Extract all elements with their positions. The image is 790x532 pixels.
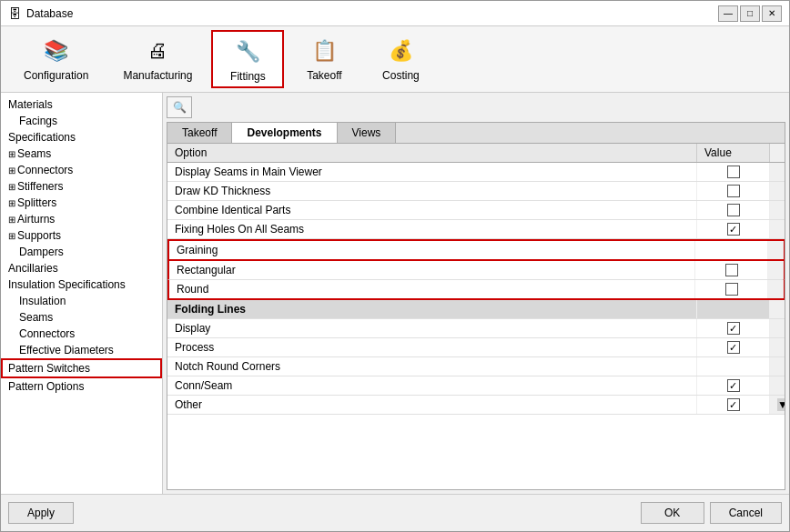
label-draw-kd: Draw KD Thickness: [167, 182, 697, 200]
row-rectangular: Rectangular: [167, 261, 785, 280]
sidebar-item-ancillaries[interactable]: Ancillaries: [1, 260, 162, 276]
sidebar-item-effective-diam[interactable]: Effective Diameters: [1, 342, 162, 358]
sidebar-item-specifications[interactable]: Specifications: [1, 129, 162, 146]
row-other: Other ▼: [167, 396, 785, 415]
sidebar-item-pattern-switches[interactable]: Pattern Switches: [1, 358, 162, 378]
sub-tab-takeoff[interactable]: Takeoff: [167, 123, 232, 143]
splitters-expand-icon: ⊞: [8, 198, 15, 208]
sidebar-item-stiffeners[interactable]: ⊞ Stiffeners: [1, 178, 162, 195]
table-header: Option Value: [167, 144, 785, 163]
value-fixing-holes[interactable]: [697, 220, 770, 238]
airturns-label: Airturns: [17, 213, 55, 226]
checkbox-display[interactable]: [727, 322, 740, 335]
configuration-icon: 📚: [40, 35, 73, 67]
fittings-icon: 🔧: [231, 35, 264, 68]
tab-costing[interactable]: 💰 Costing: [364, 30, 437, 88]
main-toolbar-row: 🔍: [167, 96, 785, 118]
sidebar-item-supports[interactable]: ⊞ Supports: [1, 227, 162, 244]
value-combine-parts[interactable]: [697, 201, 770, 219]
supports-expand-icon: ⊞: [8, 231, 15, 241]
content-area: Materials Facings Specifications ⊞ Seams…: [1, 93, 789, 494]
window-title: Database: [26, 7, 73, 20]
tab-manufacturing[interactable]: 🖨 Manufacturing: [107, 30, 208, 88]
search-icon-button[interactable]: 🔍: [167, 96, 192, 118]
label-conn-seam: Conn/Seam: [167, 376, 697, 395]
sidebar-item-connectors[interactable]: ⊞ Connectors: [1, 162, 162, 178]
label-display: Display: [167, 319, 697, 337]
label-round: Round: [169, 280, 695, 298]
label-other: Other: [167, 396, 697, 414]
bottom-bar: Apply OK Cancel: [1, 494, 789, 531]
costing-label: Costing: [382, 69, 420, 82]
row-display-seams: Display Seams in Main Viewer: [167, 163, 785, 182]
minimize-button[interactable]: —: [718, 5, 738, 22]
fittings-label: Fittings: [230, 70, 266, 83]
takeoff-label: Takeoff: [307, 69, 341, 82]
sidebar-item-pattern-options[interactable]: Pattern Options: [1, 378, 162, 395]
sidebar-item-seams1[interactable]: ⊞ Seams: [1, 146, 162, 162]
tab-fittings[interactable]: 🔧 Fittings: [211, 30, 284, 88]
cancel-button[interactable]: Cancel: [710, 502, 782, 524]
value-display[interactable]: [697, 319, 770, 337]
sidebar-item-connectors2[interactable]: Connectors: [1, 326, 162, 342]
value-notch-round: [697, 357, 770, 376]
checkbox-combine-parts[interactable]: [727, 204, 740, 216]
checkbox-display-seams[interactable]: [727, 166, 740, 178]
row-fixing-holes: Fixing Holes On All Seams: [167, 220, 785, 239]
value-display-seams[interactable]: [697, 163, 770, 181]
row-display: Display: [167, 319, 785, 338]
label-fixing-holes: Fixing Holes On All Seams: [167, 220, 697, 238]
row-draw-kd: Draw KD Thickness: [167, 182, 785, 201]
value-round[interactable]: [695, 280, 768, 298]
options-table: Option Value Display Seams in Main Viewe…: [167, 143, 785, 490]
value-conn-seam[interactable]: [697, 376, 770, 395]
sidebar-item-facings[interactable]: Facings: [1, 113, 162, 129]
checkbox-draw-kd[interactable]: [727, 185, 740, 197]
configuration-label: Configuration: [24, 69, 88, 82]
label-process: Process: [167, 338, 697, 356]
value-process[interactable]: [697, 338, 770, 356]
checkbox-conn-seam[interactable]: [727, 379, 740, 392]
seams1-label: Seams: [17, 147, 51, 160]
window-icon: 🗄: [8, 6, 21, 21]
label-display-seams: Display Seams in Main Viewer: [167, 163, 697, 181]
header-scroll: [770, 144, 785, 162]
label-graining: Graining: [169, 241, 695, 259]
row-folding-lines: Folding Lines: [167, 300, 785, 319]
sidebar-item-materials[interactable]: Materials: [1, 96, 162, 113]
sub-tab-bar: Takeoff Developments Views: [167, 122, 785, 143]
apply-button[interactable]: Apply: [8, 502, 74, 524]
header-value: Value: [697, 144, 770, 162]
value-other[interactable]: [697, 396, 770, 414]
sidebar-item-insulation[interactable]: Insulation: [1, 293, 162, 309]
sidebar-item-seams2[interactable]: Seams: [1, 309, 162, 326]
sidebar-item-dampers[interactable]: Dampers: [1, 244, 162, 260]
close-button[interactable]: ✕: [762, 5, 782, 22]
value-rectangular[interactable]: [695, 261, 768, 279]
header-option: Option: [167, 144, 697, 162]
value-draw-kd[interactable]: [697, 182, 770, 200]
title-bar-left: 🗄 Database: [8, 6, 73, 21]
checkbox-other[interactable]: [727, 398, 740, 411]
row-conn-seam: Conn/Seam: [167, 376, 785, 396]
tab-configuration[interactable]: 📚 Configuration: [8, 30, 104, 88]
sidebar-item-splitters[interactable]: ⊞ Splitters: [1, 195, 162, 211]
label-rectangular: Rectangular: [169, 261, 695, 279]
checkbox-rectangular[interactable]: [725, 264, 738, 276]
seams1-expand-icon: ⊞: [8, 149, 15, 159]
checkbox-fixing-holes[interactable]: [727, 223, 740, 236]
airturns-expand-icon: ⊞: [8, 215, 15, 225]
sub-tab-views[interactable]: Views: [338, 123, 397, 143]
ok-button[interactable]: OK: [641, 502, 704, 524]
ok-cancel-group: OK Cancel: [641, 502, 782, 524]
sidebar-item-insulation-spec[interactable]: Insulation Specifications: [1, 276, 162, 293]
checkbox-round[interactable]: [725, 283, 738, 296]
sub-tab-developments[interactable]: Developments: [232, 123, 337, 143]
sidebar-item-airturns[interactable]: ⊞ Airturns: [1, 211, 162, 227]
checkbox-process[interactable]: [727, 341, 740, 354]
tab-takeoff[interactable]: 📋 Takeoff: [288, 30, 360, 88]
toolbar: 📚 Configuration 🖨 Manufacturing 🔧 Fittin…: [1, 26, 789, 93]
maximize-button[interactable]: □: [740, 5, 760, 22]
connectors-expand-icon: ⊞: [8, 166, 15, 176]
label-combine-parts: Combine Identical Parts: [167, 201, 697, 219]
